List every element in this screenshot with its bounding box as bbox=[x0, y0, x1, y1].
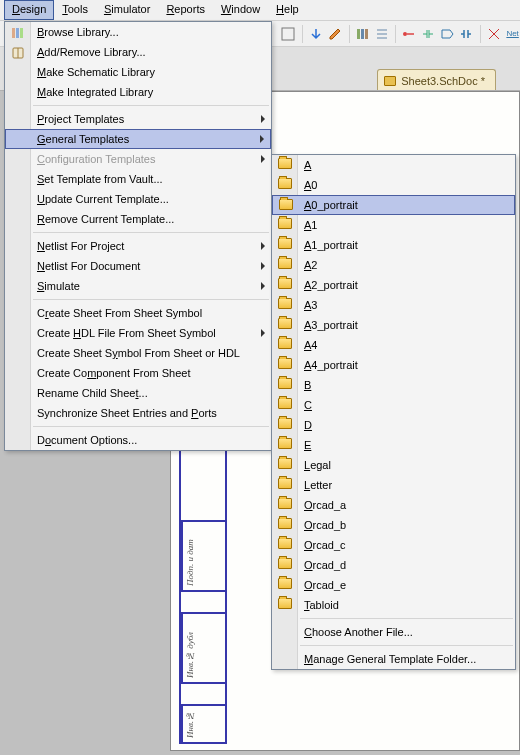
design-menu-item[interactable]: Synchronize Sheet Entries and Ports bbox=[5, 403, 271, 423]
folder-icon bbox=[278, 378, 292, 389]
folder-icon bbox=[278, 158, 292, 169]
toolbar-separator bbox=[480, 25, 481, 43]
template-menu-item[interactable]: Legal bbox=[272, 455, 515, 475]
bracket-icon[interactable] bbox=[459, 24, 474, 44]
net-icon-1[interactable] bbox=[402, 24, 417, 44]
svg-rect-2 bbox=[361, 29, 364, 39]
net-label-icon[interactable]: Net bbox=[505, 24, 520, 44]
design-menu-item[interactable]: Set Template from Vault... bbox=[5, 169, 271, 189]
folder-icon bbox=[278, 538, 292, 549]
folder-icon bbox=[278, 398, 292, 409]
template-menu-item[interactable]: Orcad_b bbox=[272, 515, 515, 535]
design-menu-item[interactable]: Create Component From Sheet bbox=[5, 363, 271, 383]
folder-icon bbox=[278, 478, 292, 489]
design-menu-item[interactable]: Document Options... bbox=[5, 430, 271, 450]
cross-icon[interactable] bbox=[486, 24, 501, 44]
template-menu-item[interactable]: A2_portrait bbox=[272, 275, 515, 295]
folder-icon bbox=[278, 418, 292, 429]
template-menu-item[interactable]: A3 bbox=[272, 295, 515, 315]
document-tab-sheet3[interactable]: Sheet3.SchDoc * bbox=[377, 69, 496, 90]
book-icon bbox=[10, 45, 26, 61]
port-icon[interactable] bbox=[440, 24, 455, 44]
design-menu-item[interactable]: Rename Child Sheet... bbox=[5, 383, 271, 403]
menubar-item-tools[interactable]: Tools bbox=[54, 0, 96, 20]
design-menu-item[interactable]: Netlist For Document bbox=[5, 256, 271, 276]
menubar-item-help[interactable]: Help bbox=[268, 0, 307, 20]
menu-item-label: A4_portrait bbox=[304, 359, 358, 371]
template-menu-item[interactable]: B bbox=[272, 375, 515, 395]
submenu-arrow-icon bbox=[261, 329, 265, 337]
template-menu-item[interactable]: D bbox=[272, 415, 515, 435]
toolbar-icon-1[interactable] bbox=[280, 24, 296, 44]
template-menu-item[interactable]: Orcad_e bbox=[272, 575, 515, 595]
menubar-item-simulator[interactable]: Simulator bbox=[96, 0, 158, 20]
template-menu-item[interactable]: A0 bbox=[272, 175, 515, 195]
design-menu-item[interactable]: Netlist For Project bbox=[5, 236, 271, 256]
template-menu-item[interactable]: A4_portrait bbox=[272, 355, 515, 375]
design-menu-item[interactable]: Make Schematic Library bbox=[5, 62, 271, 82]
down-arrow-icon[interactable] bbox=[309, 24, 324, 44]
design-menu-item[interactable]: Simulate bbox=[5, 276, 271, 296]
folder-icon bbox=[278, 298, 292, 309]
menu-item-label: Letter bbox=[304, 479, 332, 491]
design-menu-item[interactable]: Create Sheet From Sheet Symbol bbox=[5, 303, 271, 323]
design-menu-item[interactable]: Update Current Template... bbox=[5, 189, 271, 209]
menu-item-label: E bbox=[304, 439, 311, 451]
menu-item-label: Orcad_b bbox=[304, 519, 346, 531]
menu-separator bbox=[300, 645, 513, 646]
template-menu-item[interactable]: Orcad_c bbox=[272, 535, 515, 555]
menubar-item-design[interactable]: Design bbox=[4, 0, 54, 20]
svg-point-7 bbox=[403, 32, 407, 36]
folder-icon bbox=[278, 278, 292, 289]
design-menu-item[interactable]: Remove Current Template... bbox=[5, 209, 271, 229]
template-menu-item[interactable]: A2 bbox=[272, 255, 515, 275]
menu-item-label: A1_portrait bbox=[304, 239, 358, 251]
design-menu-item: Configuration Templates bbox=[5, 149, 271, 169]
template-menu-item[interactable]: Orcad_d bbox=[272, 555, 515, 575]
svg-rect-16 bbox=[16, 28, 19, 38]
menu-item-label: Orcad_c bbox=[304, 539, 346, 551]
design-menu-item[interactable]: Create HDL File From Sheet Symbol bbox=[5, 323, 271, 343]
template-menu-item[interactable]: A4 bbox=[272, 335, 515, 355]
svg-rect-17 bbox=[20, 28, 23, 38]
list-tool-icon[interactable] bbox=[374, 24, 389, 44]
design-menu-item[interactable]: Make Integrated Library bbox=[5, 82, 271, 102]
folder-icon bbox=[278, 358, 292, 369]
net-icon-2[interactable] bbox=[421, 24, 436, 44]
design-menu-item[interactable]: Browse Library... bbox=[5, 22, 271, 42]
menubar-item-window[interactable]: Window bbox=[213, 0, 268, 20]
template-menu-item[interactable]: Orcad_a bbox=[272, 495, 515, 515]
folder-icon bbox=[278, 218, 292, 229]
design-menu-item[interactable]: Project Templates bbox=[5, 109, 271, 129]
template-footer-item[interactable]: Choose Another File... bbox=[272, 622, 515, 642]
menubar-item-reports[interactable]: Reports bbox=[158, 0, 213, 20]
svg-rect-3 bbox=[365, 29, 368, 39]
menu-item-label: Rename Child Sheet... bbox=[37, 387, 148, 399]
library-tool-icon[interactable] bbox=[355, 24, 370, 44]
menu-item-label: Set Template from Vault... bbox=[37, 173, 163, 185]
menu-item-label: Project Templates bbox=[37, 113, 124, 125]
svg-rect-15 bbox=[12, 28, 15, 38]
design-menu-item[interactable]: Add/Remove Library... bbox=[5, 42, 271, 62]
design-menu-dropdown: Browse Library...Add/Remove Library...Ma… bbox=[4, 21, 272, 451]
template-menu-item[interactable]: C bbox=[272, 395, 515, 415]
template-menu-item[interactable]: A1 bbox=[272, 215, 515, 235]
template-menu-item[interactable]: A0_portrait bbox=[272, 195, 515, 215]
template-menu-item[interactable]: Tabloid bbox=[272, 595, 515, 615]
folder-icon bbox=[278, 518, 292, 529]
folder-icon bbox=[278, 498, 292, 509]
submenu-arrow-icon bbox=[261, 242, 265, 250]
pencil-icon[interactable] bbox=[328, 24, 343, 44]
design-menu-item[interactable]: Create Sheet Symbol From Sheet or HDL bbox=[5, 343, 271, 363]
menu-item-label: D bbox=[304, 419, 312, 431]
template-menu-item[interactable]: A3_portrait bbox=[272, 315, 515, 335]
template-menu-item[interactable]: A1_portrait bbox=[272, 235, 515, 255]
menu-item-label: Netlist For Document bbox=[37, 260, 140, 272]
menu-item-label: Document Options... bbox=[37, 434, 137, 446]
submenu-arrow-icon bbox=[261, 155, 265, 163]
design-menu-item[interactable]: General Templates bbox=[5, 129, 271, 149]
template-menu-item[interactable]: A bbox=[272, 155, 515, 175]
template-menu-item[interactable]: E bbox=[272, 435, 515, 455]
template-footer-item[interactable]: Manage General Template Folder... bbox=[272, 649, 515, 669]
template-menu-item[interactable]: Letter bbox=[272, 475, 515, 495]
